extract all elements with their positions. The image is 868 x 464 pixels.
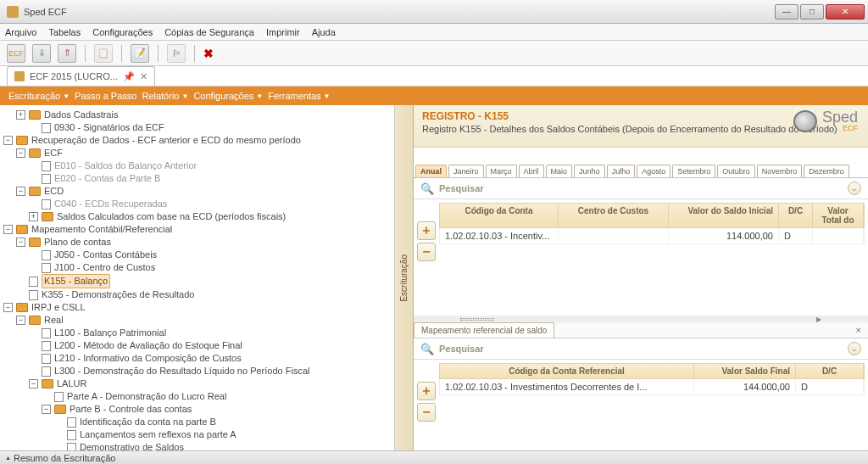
action-relatorio[interactable]: Relatório▼ [142, 91, 188, 101]
tab-marco[interactable]: Março [486, 165, 517, 177]
document-tab[interactable]: ECF 2015 (LUCRO... 📌 ✕ [7, 66, 155, 86]
table-row[interactable]: 1.02.02.10.03 - Investimentos Decorrente… [439, 379, 865, 395]
action-passo[interactable]: Passo a Passo [75, 91, 136, 101]
maximize-button[interactable]: □ [800, 4, 824, 20]
col-dc[interactable]: D/C [779, 204, 813, 227]
tree-item[interactable]: K355 - Demonstrações de Resultado [42, 288, 194, 301]
col-codigo-conta[interactable]: Código da Conta [440, 204, 559, 227]
tab-junho[interactable]: Junho [574, 165, 605, 177]
tree-item[interactable]: Real [44, 314, 64, 327]
search-icon[interactable]: 🔍 [420, 343, 434, 355]
tree-item[interactable]: Parte B - Controle das contas [70, 403, 192, 416]
vertical-tab-escrituracao[interactable]: Escrituração [395, 105, 414, 450]
search-icon[interactable]: 🔍 [420, 182, 434, 195]
tree-item[interactable]: ECF [44, 147, 63, 159]
minimize-button[interactable]: — [775, 4, 798, 20]
tree-item[interactable]: Saldos Calculados com base na ECD (perío… [57, 210, 286, 223]
col-valor-saldo-inicial[interactable]: Valor do Saldo Inicial [669, 204, 779, 227]
collapse-icon[interactable]: − [3, 225, 13, 234]
expand-icon[interactable]: + [16, 110, 25, 120]
collapse-icon[interactable]: − [29, 379, 38, 389]
collapse-icon[interactable]: − [16, 238, 25, 247]
tree-item[interactable]: C040 - ECDs Recuperadas [54, 198, 167, 210]
tree-item[interactable]: L300 - Demonstração do Resultado Líquido… [54, 365, 309, 377]
tool-open-icon[interactable]: ⇓ [32, 44, 51, 63]
tool-new-icon[interactable]: ECF [7, 44, 25, 63]
tree-item[interactable]: Dados Cadastrais [44, 109, 118, 121]
action-ferramentas[interactable]: Ferramentas▼ [268, 91, 330, 101]
col-valor-total[interactable]: Valor Total do [813, 204, 864, 227]
collapse-icon[interactable]: − [42, 405, 51, 414]
tree-item[interactable]: Plano de contas [44, 236, 111, 249]
pin-icon[interactable]: 📌 [123, 71, 135, 82]
chevron-down-icon[interactable]: ⌄ [848, 182, 861, 195]
tool-paste-icon[interactable]: 📋 [94, 44, 113, 63]
navigation-tree[interactable]: +Dados Cadastrais 0930 - Signatários da … [0, 105, 395, 450]
splitter-handle[interactable]: ▶ [414, 316, 868, 322]
tree-item-selected[interactable]: K155 - Balanço [42, 274, 110, 288]
tree-item[interactable]: Mapeamento Contábil/Referencial [31, 223, 172, 236]
search-label[interactable]: Pesquisar [439, 183, 848, 193]
tree-item[interactable]: L200 - Método de Avaliação do Estoque Fi… [54, 339, 242, 352]
tree-item[interactable]: Recuperação de Dados - ECF anterior e EC… [31, 134, 301, 147]
remove-row-button[interactable]: − [417, 243, 436, 261]
tab-maio[interactable]: Maio [546, 165, 573, 177]
tool-export-icon[interactable]: ⇑ [58, 44, 76, 63]
subtab-close-icon[interactable]: × [849, 322, 868, 338]
table-row[interactable]: 1.02.02.10.03 - Incentiv... 114.000,00 D [439, 228, 865, 244]
chevron-down-icon[interactable]: ⌄ [848, 342, 861, 355]
tab-novembro[interactable]: Novembro [757, 165, 803, 177]
tab-dezembro[interactable]: Dezembro [804, 165, 849, 177]
tab-agosto[interactable]: Agosto [637, 165, 670, 177]
close-button[interactable]: ✕ [826, 4, 865, 20]
tab-mapeamento[interactable]: Mapeamento referencial de saldo [414, 322, 554, 338]
tree-item[interactable]: J050 - Contas Contábeis [54, 249, 157, 261]
col-dc-ref[interactable]: D/C [796, 364, 864, 378]
tree-item[interactable]: Parte A - Demonstração do Lucro Real [67, 390, 226, 403]
remove-row-button[interactable]: − [417, 403, 436, 422]
triangle-up-icon[interactable]: ▲ [5, 455, 11, 461]
tree-item[interactable]: LALUR [57, 377, 86, 390]
collapse-icon[interactable]: − [3, 303, 13, 312]
collapse-icon[interactable]: − [16, 316, 25, 325]
col-centro-custos[interactable]: Centro de Custos [559, 204, 669, 227]
tree-item[interactable]: ECD [44, 185, 64, 198]
menu-ajuda[interactable]: Ajuda [312, 27, 336, 37]
menu-tabelas[interactable]: Tabelas [48, 27, 81, 37]
tree-item[interactable]: J100 - Centro de Custos [54, 261, 155, 274]
tab-setembro[interactable]: Setembro [672, 165, 715, 177]
tree-item[interactable]: L210 - Informativo da Composição de Cust… [54, 352, 242, 365]
tree-item[interactable]: Identificação da conta na parte B [80, 416, 216, 428]
tree-item[interactable]: Lançamentos sem reflexos na parte A [80, 428, 236, 441]
col-conta-referencial[interactable]: Código da Conta Referencial [440, 364, 694, 378]
menu-copias[interactable]: Cópias de Segurança [164, 27, 254, 37]
add-row-button[interactable]: + [417, 221, 436, 240]
menu-imprimir[interactable]: Imprimir [266, 27, 300, 37]
menu-configuracoes[interactable]: Configurações [92, 27, 153, 37]
tab-outubro[interactable]: Outubro [717, 165, 755, 177]
col-valor-saldo-final[interactable]: Valor Saldo Final [694, 364, 796, 378]
expand-icon[interactable]: + [29, 212, 38, 221]
tab-abril[interactable]: Abril [519, 165, 544, 177]
add-row-button[interactable]: + [417, 382, 436, 400]
tab-close-icon[interactable]: ✕ [140, 71, 147, 82]
tab-anual[interactable]: Anual [415, 165, 447, 177]
search-label[interactable]: Pesquisar [439, 344, 848, 354]
collapse-icon[interactable]: − [16, 187, 25, 196]
action-escrituracao[interactable]: Escrituração▼ [8, 91, 70, 101]
menu-arquivo[interactable]: Arquivo [5, 27, 36, 37]
tree-item[interactable]: Demonstrativo de Saldos [80, 441, 184, 450]
collapse-icon[interactable]: − [3, 136, 13, 145]
tree-item[interactable]: E020 - Contas da Parte B [54, 172, 160, 185]
tool-delete-icon[interactable]: ✖ [203, 47, 214, 60]
tree-item[interactable]: IRPJ e CSLL [31, 301, 86, 314]
tree-item[interactable]: 0930 - Signatários da ECF [54, 121, 164, 134]
tree-item[interactable]: L100 - Balanço Patrimonial [54, 327, 166, 339]
tool-flag-icon[interactable]: 🏳 [167, 44, 186, 63]
tree-item[interactable]: E010 - Saldos do Balanço Anterior [54, 159, 197, 172]
tool-note-icon[interactable]: 📝 [131, 44, 149, 63]
collapse-icon[interactable]: − [16, 148, 25, 158]
tab-janeiro[interactable]: Janeiro [448, 165, 484, 177]
status-text[interactable]: Resumo da Escrituração [14, 453, 115, 463]
tab-julho[interactable]: Julho [607, 165, 636, 177]
